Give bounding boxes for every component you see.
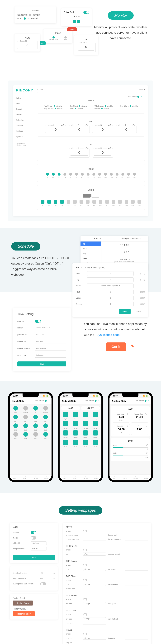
output-item[interactable]: D4: [60, 200, 64, 206]
tab-item[interactable]: ○sensor: [130, 475, 141, 480]
channel-box: channel 1✎ ⓘ0: [45, 125, 66, 133]
phone-cell[interactable]: pump: [91, 412, 100, 420]
input-item: D4: [64, 173, 66, 178]
phone-analog: 09:37📶 🔋 Analog StateAuto refresh ADC wa…: [108, 392, 153, 482]
phone-cell: smoke: [41, 406, 50, 414]
nav-item[interactable]: Schedule: [13, 117, 34, 123]
output-item[interactable]: D6: [73, 200, 77, 206]
autorefresh-toggle[interactable]: [144, 400, 149, 402]
tab-item[interactable]: ○sensor: [30, 475, 41, 480]
tab-item[interactable]: ○input: [110, 475, 120, 480]
nav-item[interactable]: Network: [13, 123, 34, 128]
cancel-button[interactable]: Cancel: [132, 309, 145, 314]
nav-item[interactable]: Monitor: [13, 112, 34, 117]
phone-cell[interactable]: motor: [81, 412, 90, 420]
phone-cell: D13: [11, 432, 20, 440]
dac-slider[interactable]: motorⓘm/s: [113, 452, 148, 458]
output-item[interactable]: D8: [86, 200, 90, 206]
output-item[interactable]: D16: [138, 200, 141, 206]
save-button[interactable]: Save: [119, 309, 130, 314]
schedule-section: Schedule You can create task turn ON/OFF…: [0, 228, 161, 292]
output-item[interactable]: D3: [54, 200, 57, 206]
tab-item[interactable]: ○output: [70, 475, 80, 480]
phone-cell[interactable]: output6: [71, 421, 80, 429]
nav-item[interactable]: System: [13, 134, 34, 139]
dac-slider[interactable]: [78, 50, 94, 50]
nav-item[interactable]: Protocol: [13, 128, 34, 134]
tab-item[interactable]: ○input: [10, 475, 20, 480]
tab-item[interactable]: ○setting: [91, 475, 102, 480]
output-item[interactable]: D5: [67, 200, 70, 206]
input-item: D16: [133, 173, 136, 178]
output-item[interactable]: D9: [92, 200, 96, 206]
phone-cell[interactable]: output11: [81, 430, 90, 438]
phone-cell[interactable]: output16: [91, 440, 100, 448]
phone-cell[interactable]: output13: [61, 440, 70, 448]
output-item[interactable]: D14: [124, 200, 128, 206]
status-dot-connected: [24, 18, 26, 20]
tab-item[interactable]: ○sensor: [80, 475, 91, 480]
dac-slider[interactable]: lampⓘ%: [113, 444, 148, 450]
repeat-option[interactable]: no: [80, 242, 101, 246]
tuya-link[interactable]: Tuya licence code: [95, 333, 120, 337]
monitor-text: Monitor Monitor all protocol work state,…: [92, 6, 150, 64]
repeat-option[interactable]: hour: [80, 246, 101, 251]
output-item[interactable]: D10: [99, 200, 102, 206]
enable-toggle[interactable]: [35, 320, 41, 323]
output-indicator[interactable]: [77, 20, 80, 23]
nav-item[interactable]: Index: [13, 96, 34, 101]
wifi-save-button[interactable]: Save: [13, 555, 55, 560]
autorefresh-toggle[interactable]: [45, 400, 49, 402]
phone-cell: D14: [21, 432, 30, 440]
phone-cell[interactable]: light: [61, 412, 70, 420]
phone-cell: D06: [21, 415, 30, 422]
all-on-button[interactable]: [82, 194, 91, 198]
nav-item[interactable]: Input: [13, 101, 34, 106]
autorefresh-toggle[interactable]: [95, 400, 99, 402]
getit-button[interactable]: Get it↷: [106, 342, 126, 351]
protocol-block: MQTTenablebroker addressbroker portbroke…: [66, 526, 148, 540]
phone-cell[interactable]: output7: [81, 421, 90, 429]
tab-item[interactable]: ○output: [120, 475, 130, 480]
output-item[interactable]: D15: [131, 200, 134, 206]
phone-cell[interactable]: output5: [61, 421, 70, 429]
nav-item[interactable]: Output: [13, 106, 34, 112]
output-item[interactable]: D1: [41, 200, 44, 206]
autorefresh-toggle[interactable]: [84, 11, 89, 14]
repeat-option[interactable]: week: [80, 256, 101, 261]
phone-cell[interactable]: output15: [81, 440, 90, 448]
restart-button[interactable]: Restart Board: [13, 600, 33, 606]
output-item[interactable]: D2: [47, 200, 51, 206]
phone-cell[interactable]: fan: [71, 412, 80, 420]
input-item: D9: [92, 173, 95, 178]
tab-item[interactable]: ○input: [60, 475, 70, 480]
all-on-button[interactable]: ALL ON: [61, 406, 80, 410]
phone-cell[interactable]: output12: [91, 430, 100, 438]
output-item[interactable]: D12: [112, 200, 115, 206]
output-indicator[interactable]: [73, 20, 76, 23]
tuya-setting-card: Tuya Setting enable regionCentral Europe…: [13, 308, 71, 371]
tab-item[interactable]: ○output: [20, 475, 30, 480]
repeat-option[interactable]: day: [80, 251, 101, 256]
phone-cell[interactable]: output14: [71, 440, 80, 448]
phone-output: 09:37📶 🔋 Output StateAuto refresh ALL ON…: [58, 392, 103, 482]
phone-cell[interactable]: output8: [91, 421, 100, 429]
input-item: D7: [81, 173, 84, 178]
output-item[interactable]: D11: [105, 200, 109, 206]
phone-cell[interactable]: output9: [61, 430, 70, 438]
tab-item[interactable]: ○setting: [141, 475, 151, 480]
all-off-button[interactable]: [91, 194, 99, 198]
tuya-save-button[interactable]: Save: [18, 362, 66, 366]
phone-cell: D15: [31, 432, 40, 440]
all-off-button[interactable]: ALL OFF: [81, 406, 100, 410]
channel-box: channel 2✎ ⓘ0: [69, 125, 90, 133]
phone-cell[interactable]: output10: [71, 430, 80, 438]
factory-button[interactable]: Restore Factory: [13, 611, 35, 616]
output-item[interactable]: D7: [80, 200, 83, 206]
input-item: D13: [116, 173, 118, 178]
output-item[interactable]: D13: [118, 200, 122, 206]
schedule-cards: Repeat Time (M-D hh:mm:ss) nohourdayweek…: [80, 242, 150, 278]
phone-cell: D05: [11, 415, 20, 422]
tab-item[interactable]: ○setting: [41, 475, 52, 480]
autorefresh-toggle[interactable]: [137, 96, 142, 98]
